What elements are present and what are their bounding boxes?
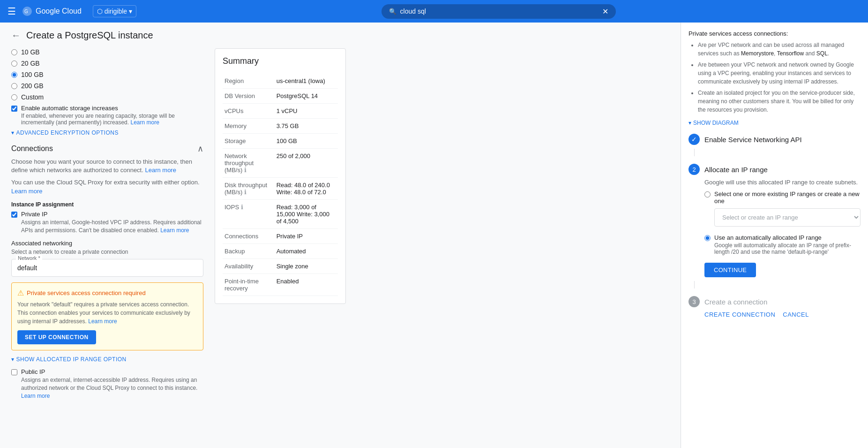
summary-row-value: 250 of 2,000 (275, 149, 338, 178)
storage-radio-100gb[interactable] (11, 72, 17, 78)
storage-option-custom[interactable]: Custom (11, 93, 203, 101)
summary-row-value: 1 vCPU (275, 104, 338, 119)
public-ip-checkbox[interactable] (11, 369, 17, 375)
auto-increase-row: Enable automatic storage increases If en… (11, 105, 203, 126)
network-select[interactable]: default (11, 259, 203, 277)
storage-option-20gb[interactable]: 20 GB (11, 60, 203, 67)
summary-row-label: Network throughput (MB/s) ℹ (223, 149, 275, 178)
sidebar-bullets: Are per VPC network and can be used acro… (688, 41, 861, 114)
summary-row-label: Connections (223, 229, 275, 244)
chevron-down-icon: ▾ (11, 129, 15, 136)
storage-option-10gb[interactable]: 10 GB (11, 48, 203, 56)
left-panel: 10 GB 20 GB 100 GB 200 GB (11, 48, 203, 404)
warning-learn-more[interactable]: Learn more (88, 318, 117, 325)
summary-row-value: PostgreSQL 14 (275, 89, 338, 104)
menu-icon[interactable]: ☰ (7, 6, 16, 17)
continue-button[interactable]: CONTINUE (704, 263, 756, 277)
show-diagram-toggle[interactable]: ▾ SHOW DIAGRAM (688, 120, 861, 126)
google-cloud-logo-icon: G (22, 6, 33, 17)
info-icon[interactable]: ℹ (242, 189, 247, 196)
summary-panel: Summary Regionus-central1 (Iowa)DB Versi… (215, 48, 346, 404)
auto-increase-learn-more-link[interactable]: Learn more (130, 119, 159, 126)
logo-text: Google Cloud (36, 7, 82, 15)
summary-row-label: Point-in-time recovery (223, 274, 275, 296)
project-icon: ⬡ (97, 8, 103, 15)
auto-range-radio[interactable] (704, 235, 711, 241)
storage-radio-20gb[interactable] (11, 61, 17, 67)
show-allocated-label: SHOW ALLOCATED IP RANGE OPTION (16, 356, 127, 363)
search-clear-icon[interactable]: ✕ (602, 7, 608, 16)
summary-row-label: Backup (223, 244, 275, 259)
show-diagram-label: SHOW DIAGRAM (693, 120, 739, 126)
ip-range-select[interactable]: Select or create an IP range (714, 208, 861, 227)
auto-increase-content: Enable automatic storage increases If en… (21, 105, 203, 126)
summary-row: DB VersionPostgreSQL 14 (223, 89, 338, 104)
public-ip-label: Public IP (21, 368, 203, 375)
project-name: dirigible (105, 8, 127, 15)
public-ip-content: Public IP Assigns an external, internet-… (21, 368, 203, 400)
storage-option-100gb[interactable]: 100 GB (11, 71, 203, 78)
summary-row: vCPUs1 vCPU (223, 104, 338, 119)
summary-row: Memory3.75 GB (223, 119, 338, 134)
storage-radio-200gb[interactable] (11, 83, 17, 89)
project-selector[interactable]: ⬡ dirigible ▾ (93, 5, 136, 17)
step-2: 2 Allocate an IP range Google will use t… (688, 164, 861, 289)
summary-row-label: Disk throughput (MB/s) ℹ (223, 178, 275, 200)
step-2-title: Allocate an IP range (704, 166, 768, 174)
step-2-header: 2 Allocate an IP range (688, 164, 861, 175)
storage-label-10gb: 10 GB (21, 48, 40, 56)
summary-title: Summary (223, 56, 338, 66)
private-ip-checkbox[interactable] (11, 212, 17, 218)
public-ip-desc: Assigns an external, internet-accessible… (21, 376, 203, 400)
storage-label-custom: Custom (21, 93, 44, 101)
search-bar[interactable]: 🔍 ✕ (382, 4, 616, 19)
show-allocated-toggle[interactable]: ▾ SHOW ALLOCATED IP RANGE OPTION (11, 356, 203, 363)
storage-option-200gb[interactable]: 200 GB (11, 82, 203, 90)
summary-row-value: Single zone (275, 259, 338, 274)
back-button[interactable]: ← (11, 30, 21, 41)
connections-learn-more-2[interactable]: Learn more (11, 188, 42, 195)
sidebar-intro: Private services access connections: (688, 30, 861, 37)
svg-text:G: G (24, 9, 28, 14)
connections-section: Connections ∧ Choose how you want your s… (11, 144, 203, 400)
project-dropdown-icon: ▾ (129, 8, 132, 15)
existing-range-radio[interactable] (704, 191, 711, 197)
cancel-link[interactable]: CANCEL (783, 311, 809, 318)
summary-row-value: Read: 48.0 of 240.0 Write: 48.0 of 72.0 (275, 178, 338, 200)
connections-desc2: You can use the Cloud SQL Proxy for extr… (11, 178, 203, 195)
summary-row-value: us-central1 (Iowa) (275, 74, 338, 89)
app-header: ☰ G Google Cloud ⬡ dirigible ▾ 🔍 ✕ (0, 0, 868, 23)
storage-radio-10gb[interactable] (11, 49, 17, 55)
info-icon[interactable]: ℹ (239, 204, 243, 211)
page-title-bar: ← Create a PostgreSQL instance (11, 30, 669, 41)
setup-connection-button[interactable]: SET UP CONNECTION (17, 330, 96, 344)
storage-options: 10 GB 20 GB 100 GB 200 GB (11, 48, 203, 101)
auto-increase-checkbox[interactable] (11, 106, 17, 112)
connections-collapse-icon[interactable]: ∧ (197, 144, 203, 154)
assoc-networking-desc: Select a network to create a private con… (11, 249, 203, 255)
connections-learn-more-1[interactable]: Learn more (145, 167, 176, 174)
info-icon[interactable]: ℹ (242, 167, 247, 174)
step-2-radio-existing: Select one or more existing IP ranges or… (704, 190, 861, 230)
storage-radio-custom[interactable] (11, 94, 17, 100)
chevron-down-icon-3: ▾ (688, 120, 691, 126)
right-sidebar: Private services access connections: Are… (681, 23, 868, 448)
main-content: ← Create a PostgreSQL instance 10 GB 20 … (0, 23, 681, 448)
existing-range-label: Select one or more existing IP ranges or… (714, 190, 861, 205)
summary-row: BackupAutomated (223, 244, 338, 259)
private-ip-learn-more[interactable]: Learn more (160, 227, 189, 234)
instance-ip-assignment-label: Instance IP assignment (11, 201, 203, 208)
auto-increase-label: Enable automatic storage increases (21, 105, 203, 112)
public-ip-desc-text: Assigns an external, internet-accessible… (21, 377, 197, 391)
existing-range-content: Select one or more existing IP ranges or… (714, 190, 861, 230)
search-input[interactable] (400, 8, 599, 15)
create-connection-link[interactable]: CREATE CONNECTION (704, 311, 775, 318)
sidebar-bullet-1: Are per VPC network and can be used acro… (698, 41, 861, 58)
advanced-encryption-toggle[interactable]: ▾ ADVANCED ENCRYPTION OPTIONS (11, 129, 203, 136)
step-1-check-icon: ✓ (688, 134, 700, 145)
public-ip-learn-more[interactable]: Learn more (21, 393, 50, 399)
auto-range-desc: Google will automatically allocate an IP… (714, 242, 861, 255)
summary-row: Regionus-central1 (Iowa) (223, 74, 338, 89)
connections-title: Connections (11, 144, 53, 153)
warning-box: ⚠ Private services access connection req… (11, 282, 203, 350)
